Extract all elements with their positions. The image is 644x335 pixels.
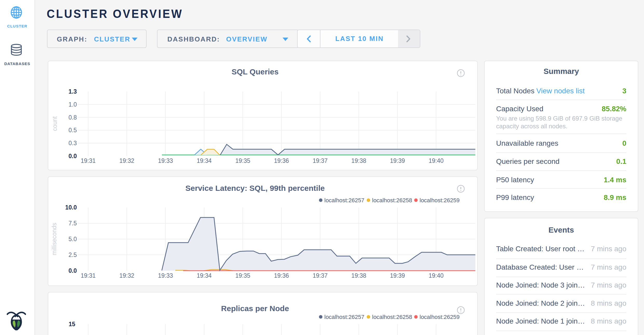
svg-text:19:34: 19:34 [197,157,212,164]
svg-text:localhost:26257: localhost:26257 [324,197,364,204]
svg-text:milliseconds: milliseconds [51,223,58,255]
svg-text:19:34: 19:34 [197,272,212,279]
svg-text:Service Latency: SQL, 99th per: Service Latency: SQL, 99th percentile [186,184,325,192]
svg-text:19:32: 19:32 [119,272,134,279]
svg-text:localhost:26259: localhost:26259 [420,314,460,320]
svg-text:19:39: 19:39 [390,272,405,279]
svg-text:19:33: 19:33 [158,157,173,164]
svg-text:1.0: 1.0 [68,101,77,108]
svg-text:19:35: 19:35 [235,157,250,164]
svg-text:15: 15 [68,321,75,327]
svg-text:19:31: 19:31 [81,157,96,164]
svg-text:19:38: 19:38 [351,157,366,164]
svg-text:7.5: 7.5 [68,220,77,227]
svg-text:0.5: 0.5 [68,127,77,134]
svg-text:0.8: 0.8 [68,114,77,121]
svg-text:Replicas per Node: Replicas per Node [221,304,289,313]
svg-text:localhost:26258: localhost:26258 [372,197,412,204]
svg-text:19:33: 19:33 [158,272,173,279]
svg-text:0.0: 0.0 [68,267,77,274]
svg-text:19:31: 19:31 [81,272,96,279]
svg-text:19:36: 19:36 [274,272,289,279]
svg-text:2.5: 2.5 [68,252,77,258]
svg-text:19:32: 19:32 [119,157,134,164]
svg-text:0.3: 0.3 [68,140,77,146]
svg-text:19:37: 19:37 [313,272,328,279]
svg-text:19:40: 19:40 [429,272,444,279]
svg-text:SQL Queries: SQL Queries [231,67,278,76]
svg-text:0.0: 0.0 [68,153,77,159]
svg-text:19:37: 19:37 [313,157,328,164]
svg-text:count: count [51,116,58,131]
svg-text:localhost:26257: localhost:26257 [324,314,364,320]
svg-text:1.3: 1.3 [68,88,77,95]
svg-text:19:40: 19:40 [429,157,444,164]
svg-text:localhost:26259: localhost:26259 [420,197,460,204]
svg-text:19:35: 19:35 [235,272,250,279]
svg-text:19:38: 19:38 [351,272,366,279]
svg-text:19:36: 19:36 [274,157,289,164]
svg-text:10.0: 10.0 [65,204,77,211]
svg-text:5.0: 5.0 [68,236,77,242]
svg-text:localhost:26258: localhost:26258 [372,314,412,320]
svg-text:19:39: 19:39 [390,157,405,164]
